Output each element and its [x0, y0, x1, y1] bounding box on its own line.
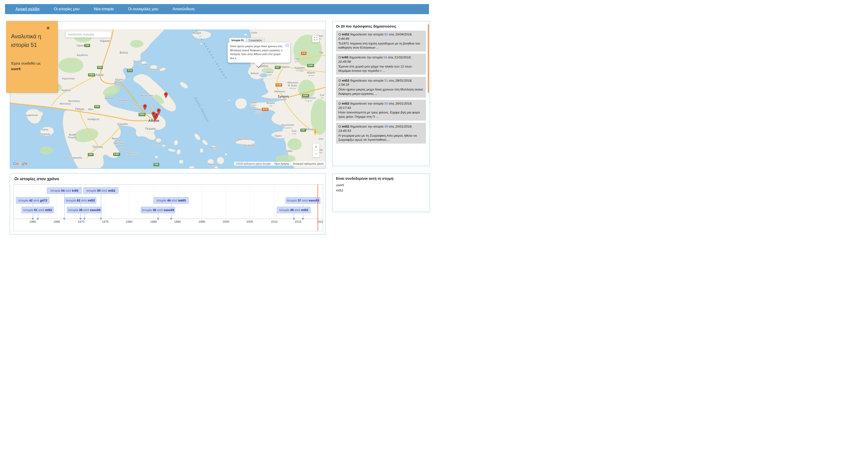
map-place-label: Bergama	[280, 65, 289, 68]
map-label-line: Καρδίτσα	[77, 54, 88, 57]
timeline-story-item[interactable]: Ιστορία 49 από mt52	[277, 207, 311, 213]
post-action: δημοσίευσε την ιστορία	[349, 125, 384, 128]
overlay-close-icon[interactable]: ✕	[46, 26, 50, 30]
nav-item[interactable]: Αποσύνδεση	[165, 7, 202, 11]
online-users-title: Είναι συνδεδεμένοι αυτή τη στιγμή:	[336, 177, 426, 180]
map-label-line: Άργος	[112, 137, 119, 140]
post-story-link[interactable]: 51	[384, 79, 388, 82]
post-at-word: στις	[388, 125, 395, 128]
timeline-from-word: από	[171, 199, 178, 202]
infowindow-tab-story[interactable]: Ιστορία 51	[229, 38, 246, 42]
road-badge: E75	[127, 69, 133, 72]
road-badge: E55	[88, 153, 93, 156]
timeline-story-number: 39	[79, 208, 82, 212]
map-label-line: Σάμος	[275, 134, 282, 137]
road-badge: E87	[300, 128, 306, 131]
post-username: kr65	[342, 56, 348, 59]
road-badge: O-30	[276, 83, 282, 86]
google-logo[interactable]: Google	[13, 161, 28, 166]
nav-item[interactable]: Οι συνομιλίες μου	[121, 7, 165, 11]
post-story-link[interactable]: 54	[383, 56, 387, 59]
pegman-icon[interactable]	[312, 129, 318, 136]
map-marker[interactable]	[153, 115, 157, 121]
map-place-label: ΣόκεSöke	[291, 130, 297, 135]
timeline-story-item[interactable]: Ιστορία 54 από kr65	[47, 187, 82, 194]
map-label-line: Λαμία	[95, 73, 103, 77]
timeline-chart[interactable]: 1960196519701975198019851990199520002005…	[13, 184, 323, 231]
timeline-story-item[interactable]: Ιστορία 38 από vaso59	[141, 207, 175, 213]
post-prefix: Ο	[338, 56, 342, 59]
post-at-word: στις	[388, 79, 395, 82]
post-header: Ο mt52 δημοσίευσε την ιστορία 51 στις 28…	[338, 79, 424, 87]
timeline-year-label: 1965	[53, 220, 60, 224]
map-place-label: Κυπαρισσία	[68, 156, 82, 159]
timeline-story-item[interactable]: Ιστορία 50 από mt52	[83, 187, 118, 194]
infowindow-tab-author[interactable]: Συγγραφέας	[246, 38, 265, 42]
online-users-list: user5mt52	[336, 183, 426, 192]
post-excerpt: Οταν ημουν μικρος μεχρι δεκα χρονων στη …	[338, 87, 424, 96]
map-place-label: ΣόμαSoma	[294, 57, 300, 63]
google-logo-letter: o	[16, 161, 19, 166]
map-label-line: Πόρος	[154, 142, 161, 145]
post-story-link[interactable]: 49	[384, 125, 388, 128]
timeline-story-user: vaso59	[163, 208, 174, 212]
map-label-line: Ολυμπία	[68, 136, 77, 139]
post-excerpt: Το1971 πηγαινα στη σχολη εργοδηγων με τη…	[338, 41, 424, 50]
timeline-story-item[interactable]: Ιστορία 42 από git72	[16, 197, 50, 204]
timeline-story-item[interactable]: Ιστορία 44 από lak65	[154, 197, 189, 204]
map-marker[interactable]	[164, 92, 168, 98]
timeline-story-item[interactable]: Ιστορία 39 από vaso59	[67, 207, 102, 213]
timeline-story-item[interactable]: Ιστορία 37 από vaso59	[285, 197, 320, 204]
map-label-line: Αράχοβα	[105, 97, 114, 100]
nav-item[interactable]: Νέα ιστορία	[87, 7, 121, 11]
map-place-label: Λειβαδιά	[117, 99, 127, 102]
infowindow-close-icon[interactable]: ✕	[286, 44, 289, 47]
online-user: user5	[336, 183, 426, 187]
map-place-label: Νάουσα	[208, 163, 217, 166]
map-place-label: Çine	[319, 138, 324, 141]
map-label-line: Τρίκαλα	[76, 44, 86, 47]
map-place-label: Τρίπολη	[92, 145, 103, 149]
map-marker-icon	[143, 104, 147, 110]
infowindow-tabs: Ιστορία 51 Συγγραφέας	[229, 38, 290, 42]
timeline-story-user: mt52	[301, 208, 308, 212]
timeline-year-label: 1995	[198, 220, 205, 224]
signed-in-text: Έχετε συνδεθεί ως user5	[11, 61, 53, 71]
map-marker[interactable]	[143, 104, 147, 110]
map-place-label: Σκιάθος	[141, 63, 149, 66]
road-badge: E65	[97, 66, 103, 69]
nav-item[interactable]: Οι ιστορίες μου	[46, 7, 87, 11]
zoom-out-button[interactable]: −	[313, 150, 319, 157]
post-item: Ο kr65 δημοσίευσε την ιστορία 54 στις 21…	[336, 54, 426, 75]
post-prefix: Ο	[338, 79, 342, 82]
map-place-label: ΑρχαίαΟλυμπία	[68, 133, 77, 139]
map-label-line: Big	[319, 51, 323, 54]
top-nav: Αρχική σελίδαΟι ιστορίες μουΝέα ιστορίαΟ…	[5, 4, 429, 14]
posts-scrollbar[interactable]	[428, 24, 429, 93]
post-story-link[interactable]: 62	[384, 33, 388, 36]
timeline-story-item[interactable]: Ιστορία 62 από mt52	[65, 197, 96, 204]
timeline-year-label: 1990	[174, 220, 181, 224]
timeline-item-line	[101, 194, 101, 219]
nav-item[interactable]: Αρχική σελίδα	[8, 7, 46, 11]
zoom-in-button[interactable]: +	[313, 144, 319, 150]
map-infowindow: Ιστορία 51 Συγγραφέας ✕ Οταν ημουν μικρο…	[228, 38, 290, 63]
timeline-from-word: από	[37, 208, 45, 212]
timeline-item-dot	[157, 218, 159, 220]
google-logo-letter: g	[22, 161, 24, 166]
timeline-from-word: από	[156, 208, 163, 212]
map-label-line: Τρίπολη	[92, 145, 103, 149]
timeline-from-word: από	[293, 208, 301, 212]
timeline-story-user: mt52	[45, 208, 52, 212]
fullscreen-button[interactable]	[312, 36, 319, 42]
post-at-word: στις	[388, 102, 395, 105]
post-action: δημοσίευσε την ιστορία	[348, 56, 383, 59]
map-marker-icon	[153, 115, 157, 121]
post-story-link[interactable]: 50	[384, 102, 388, 105]
timeline-story-number: 50	[97, 189, 100, 192]
timeline-story-item[interactable]: Ιστορία 51 από mt52	[22, 207, 54, 213]
map-place-label: Πάτρα	[75, 107, 84, 111]
search-input[interactable]	[66, 31, 111, 37]
report-error-link[interactable]: Αναφορά σφάλματος χάρτη	[293, 162, 323, 165]
terms-link[interactable]: Όροι Χρήσης	[275, 162, 289, 165]
